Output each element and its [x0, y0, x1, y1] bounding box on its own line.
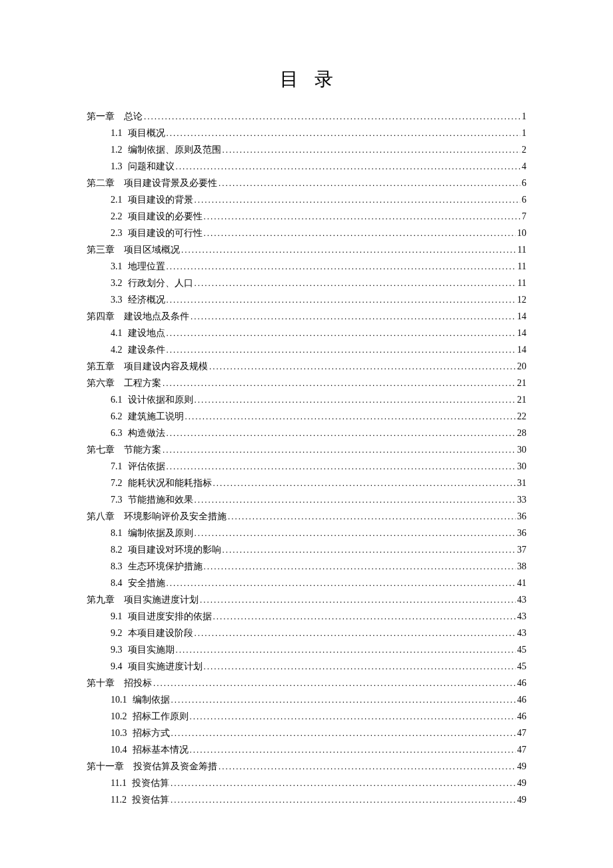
toc-entry: 9.4项目实施进度计划45	[87, 662, 526, 671]
toc-entry-page: 21	[517, 379, 526, 388]
toc-entry-label: 4.2建设条件	[111, 345, 165, 355]
toc-entry: 9.1项目进度安排的依据43	[87, 612, 526, 621]
toc-entry-label: 第三章项目区域概况	[87, 245, 180, 255]
toc-entry-page: 47	[517, 745, 526, 755]
toc-entry-text: 项目建设背景及必要性	[124, 179, 217, 188]
toc-entry-number: 8.4	[111, 579, 123, 588]
toc-entry-number: 9.4	[111, 662, 123, 671]
toc-entry-page: 41	[517, 579, 526, 588]
toc-entry-label: 8.4安全措施	[111, 579, 165, 588]
toc-entry-page: 43	[517, 612, 526, 621]
toc-entry-text: 设计依据和原则	[128, 395, 193, 405]
toc-dots	[228, 512, 516, 521]
toc-entry-number: 3.2	[111, 279, 123, 288]
toc-entry-number: 1.3	[111, 162, 123, 171]
toc-entry-page: 38	[517, 562, 526, 571]
toc-entry: 第十章招投标46	[87, 679, 526, 688]
toc-dots	[167, 262, 516, 271]
toc-entry-number: 10.3	[111, 729, 127, 738]
toc-dots	[204, 212, 521, 221]
toc-dots	[195, 495, 516, 504]
toc-entry-number: 第八章	[87, 512, 115, 521]
toc-entry: 6.3构造做法28	[87, 429, 526, 438]
toc-entry-label: 9.2本项目建设阶段	[111, 629, 193, 638]
toc-entry-text: 招标方式	[133, 729, 170, 738]
toc-entry: 第七章节能方案30	[87, 445, 526, 455]
toc-dots	[171, 795, 516, 804]
toc-entry-number: 6.3	[111, 429, 123, 438]
toc-entry-text: 项目建设对环境的影响	[128, 545, 221, 555]
toc-dots	[190, 745, 516, 754]
toc-entry: 1.2编制依据、原则及范围2	[87, 145, 526, 155]
toc-entry-number: 第十章	[87, 679, 115, 688]
toc-entry-number: 11.1	[111, 779, 127, 788]
toc-entry-page: 14	[517, 345, 526, 355]
toc-entry-text: 项目区域概况	[124, 245, 180, 255]
toc-entry: 7.3节能措施和效果33	[87, 495, 526, 505]
toc-entry: 10.4招标基本情况47	[87, 745, 526, 755]
toc-dots	[209, 362, 516, 371]
toc-entry: 第一章总论1	[87, 112, 526, 121]
toc-entry-label: 10.3招标方式	[111, 729, 170, 738]
toc-entry-number: 9.2	[111, 629, 123, 638]
toc-entry-page: 49	[517, 762, 526, 771]
toc-entry-text: 招标工作原则	[133, 712, 189, 721]
toc-entry-number: 第六章	[87, 379, 115, 388]
toc-dots	[195, 395, 516, 404]
toc-entry-label: 10.2招标工作原则	[111, 712, 189, 721]
toc-entry-number: 10.2	[111, 712, 127, 721]
toc-entry-text: 问题和建议	[128, 162, 175, 171]
toc-entry-number: 第七章	[87, 445, 115, 455]
toc-entry: 8.3生态环境保护措施38	[87, 562, 526, 571]
toc-entry-label: 第七章节能方案	[87, 445, 161, 455]
toc-entry-page: 11	[518, 279, 526, 288]
toc-title: 目录	[87, 67, 526, 92]
toc-list: 第一章总论11.1项目概况11.2编制依据、原则及范围21.3问题和建议4第二章…	[87, 112, 526, 805]
toc-entry-page: 4	[522, 162, 526, 171]
toc-entry-page: 30	[517, 445, 526, 455]
toc-entry: 第五章项目建设内容及规模20	[87, 362, 526, 371]
toc-dots	[167, 429, 516, 437]
toc-entry: 第三章项目区域概况11	[87, 245, 526, 255]
toc-entry-page: 14	[517, 329, 526, 338]
toc-entry-label: 3.3经济概况	[111, 295, 165, 305]
toc-entry-number: 10.1	[111, 695, 127, 705]
toc-entry-text: 编制依据及原则	[128, 529, 193, 538]
toc-entry: 2.3项目建设的可行性10	[87, 229, 526, 238]
toc-dots	[163, 379, 516, 387]
toc-entry-number: 7.3	[111, 495, 123, 505]
toc-entry-number: 第一章	[87, 112, 115, 121]
toc-entry-label: 7.2能耗状况和能耗指标	[111, 479, 212, 488]
toc-entry-label: 第一章总论	[87, 112, 143, 121]
toc-entry-text: 行政划分、人口	[128, 279, 193, 288]
toc-entry-page: 12	[517, 295, 526, 305]
toc-entry-number: 3.3	[111, 295, 123, 305]
toc-entry-page: 11	[518, 245, 526, 255]
toc-entry-page: 20	[517, 362, 526, 371]
toc-entry-page: 21	[517, 395, 526, 405]
toc-dots	[213, 479, 516, 487]
toc-entry-label: 9.1项目进度安排的依据	[111, 612, 212, 621]
toc-dots	[190, 712, 516, 721]
toc-entry-text: 生态环境保护措施	[128, 562, 203, 571]
toc-dots	[171, 779, 516, 787]
toc-dots	[171, 729, 516, 737]
toc-entry: 3.2行政划分、人口11	[87, 279, 526, 288]
toc-entry-page: 1	[522, 112, 526, 121]
toc-entry: 第八章环境影响评价及安全措施36	[87, 512, 526, 521]
toc-entry-label: 2.3项目建设的可行性	[111, 229, 203, 238]
toc-entry: 3.1地理位置11	[87, 262, 526, 271]
toc-entry-number: 9.1	[111, 612, 123, 621]
toc-entry-page: 7	[522, 212, 526, 221]
toc-entry-page: 30	[517, 462, 526, 471]
toc-entry-label: 11.1投资估算	[111, 779, 169, 788]
toc-entry-text: 招投标	[124, 679, 152, 688]
toc-entry-page: 49	[517, 779, 526, 788]
toc-entry: 第二章项目建设背景及必要性6	[87, 179, 526, 188]
toc-entry: 第十一章投资估算及资金筹措49	[87, 762, 526, 771]
toc-entry-text: 构造做法	[128, 429, 165, 438]
toc-entry-number: 7.1	[111, 462, 123, 471]
toc-entry: 第四章建设地点及条件14	[87, 312, 526, 321]
toc-entry: 9.2本项目建设阶段43	[87, 629, 526, 638]
toc-entry: 8.2项目建设对环境的影响37	[87, 545, 526, 555]
